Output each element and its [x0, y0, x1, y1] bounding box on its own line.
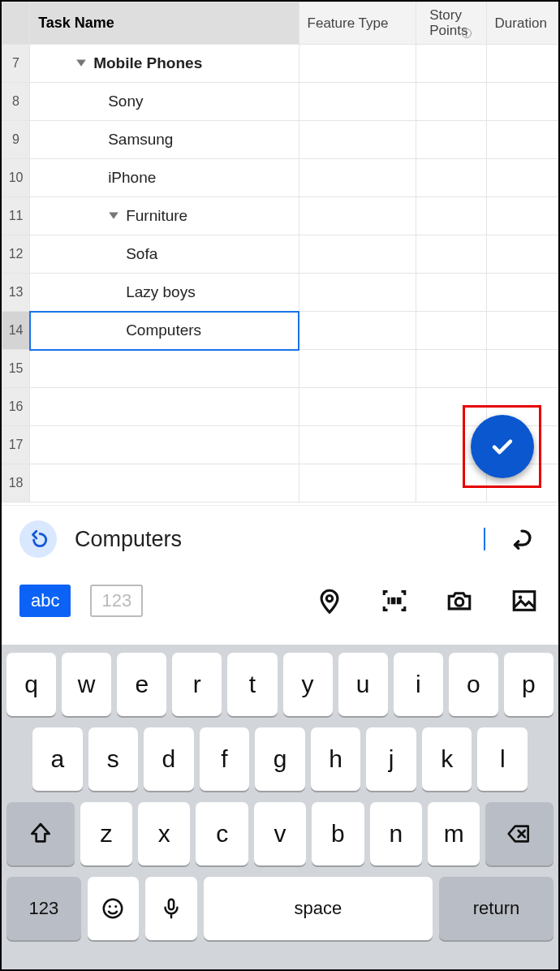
- key-w[interactable]: w: [62, 653, 111, 716]
- task-cell[interactable]: Mobile Phones: [30, 45, 299, 83]
- story-points-cell[interactable]: [416, 312, 486, 350]
- key-b[interactable]: b: [312, 802, 364, 865]
- row-number[interactable]: 13: [2, 274, 30, 312]
- feature-type-cell[interactable]: [299, 274, 416, 312]
- barcode-button[interactable]: [378, 585, 411, 617]
- duration-cell[interactable]: [486, 83, 558, 121]
- newline-button[interactable]: [503, 520, 541, 558]
- story-points-cell[interactable]: [416, 45, 486, 83]
- task-cell[interactable]: Computers: [30, 312, 299, 350]
- key-g[interactable]: g: [255, 727, 305, 791]
- key-p[interactable]: p: [504, 653, 554, 716]
- space-key[interactable]: space: [204, 877, 433, 940]
- cell-text-input-wrap[interactable]: Computers: [75, 527, 485, 552]
- row-number[interactable]: 17: [2, 426, 30, 464]
- mode-123-button[interactable]: 123: [90, 585, 143, 617]
- task-cell[interactable]: Sofa: [30, 235, 299, 274]
- location-button[interactable]: [313, 585, 346, 617]
- feature-type-cell[interactable]: [299, 426, 416, 464]
- row-number[interactable]: 9: [2, 121, 30, 159]
- key-s[interactable]: s: [88, 727, 139, 791]
- key-o[interactable]: o: [449, 653, 498, 716]
- row-number[interactable]: 18: [2, 464, 30, 503]
- duration-cell[interactable]: [486, 45, 558, 83]
- key-a[interactable]: a: [32, 727, 83, 791]
- shift-key[interactable]: [6, 802, 75, 865]
- collapse-toggle[interactable]: [75, 57, 87, 68]
- story-points-cell[interactable]: [416, 274, 486, 312]
- key-l[interactable]: l: [477, 727, 528, 791]
- collapse-toggle[interactable]: [108, 209, 119, 221]
- row-number[interactable]: 14: [2, 312, 30, 350]
- story-points-cell[interactable]: [416, 83, 486, 121]
- key-x[interactable]: x: [138, 802, 190, 865]
- key-r[interactable]: r: [172, 653, 222, 716]
- key-n[interactable]: n: [370, 802, 422, 865]
- info-icon[interactable]: i: [462, 28, 472, 38]
- task-cell[interactable]: [30, 388, 299, 426]
- row-number[interactable]: 15: [2, 350, 30, 388]
- task-cell[interactable]: Samsung: [30, 121, 299, 159]
- feature-type-cell[interactable]: [299, 45, 416, 83]
- key-h[interactable]: h: [311, 727, 361, 791]
- duration-cell[interactable]: [486, 235, 558, 274]
- key-u[interactable]: u: [338, 653, 388, 716]
- story-points-cell[interactable]: [416, 159, 486, 197]
- row-number[interactable]: 12: [2, 235, 30, 274]
- key-i[interactable]: i: [394, 653, 443, 716]
- row-number[interactable]: 11: [2, 197, 30, 235]
- key-j[interactable]: j: [366, 727, 416, 791]
- feature-type-cell[interactable]: [299, 121, 416, 159]
- header-task-name[interactable]: Task Name: [30, 2, 299, 45]
- story-points-cell[interactable]: [416, 350, 486, 388]
- key-c[interactable]: c: [196, 802, 248, 865]
- story-points-cell[interactable]: [416, 235, 486, 274]
- task-cell[interactable]: Lazy boys: [30, 274, 299, 312]
- duration-cell[interactable]: [486, 350, 558, 388]
- duration-cell[interactable]: [486, 274, 558, 312]
- task-cell[interactable]: Furniture: [30, 197, 299, 235]
- return-key[interactable]: return: [439, 877, 554, 940]
- key-m[interactable]: m: [428, 802, 480, 865]
- feature-type-cell[interactable]: [299, 83, 416, 121]
- feature-type-cell[interactable]: [299, 464, 416, 503]
- confirm-button[interactable]: [471, 415, 534, 478]
- key-k[interactable]: k: [422, 727, 472, 791]
- feature-type-cell[interactable]: [299, 235, 416, 274]
- feature-type-cell[interactable]: [299, 388, 416, 426]
- duration-cell[interactable]: [486, 159, 558, 197]
- row-number[interactable]: 10: [2, 159, 30, 197]
- backspace-key[interactable]: [485, 802, 554, 865]
- task-cell[interactable]: [30, 350, 299, 388]
- header-feature-type[interactable]: Feature Type: [299, 2, 416, 45]
- cell-text-input[interactable]: Computers: [75, 527, 483, 552]
- emoji-key[interactable]: [88, 877, 140, 940]
- task-cell[interactable]: [30, 464, 299, 503]
- key-v[interactable]: v: [254, 802, 306, 865]
- numeric-key[interactable]: 123: [6, 877, 81, 940]
- story-points-cell[interactable]: [416, 197, 486, 235]
- key-e[interactable]: e: [117, 653, 166, 716]
- mode-abc-button[interactable]: abc: [19, 585, 71, 617]
- dictation-key[interactable]: [145, 877, 197, 940]
- undo-button[interactable]: [19, 520, 57, 558]
- task-cell[interactable]: iPhone: [30, 159, 299, 197]
- key-q[interactable]: q: [6, 653, 56, 716]
- duration-cell[interactable]: [486, 121, 558, 159]
- task-cell[interactable]: [30, 426, 299, 464]
- feature-type-cell[interactable]: [299, 350, 416, 388]
- key-t[interactable]: t: [227, 653, 277, 716]
- key-z[interactable]: z: [80, 802, 132, 865]
- header-duration[interactable]: Duration: [486, 2, 558, 45]
- duration-cell[interactable]: [486, 312, 558, 350]
- row-number[interactable]: 7: [2, 45, 30, 83]
- key-y[interactable]: y: [283, 653, 333, 716]
- duration-cell[interactable]: [486, 197, 558, 235]
- image-button[interactable]: [508, 585, 541, 617]
- story-points-cell[interactable]: [416, 121, 486, 159]
- task-cell[interactable]: Sony: [30, 83, 299, 121]
- header-story-points[interactable]: Story Points i: [416, 2, 486, 45]
- feature-type-cell[interactable]: [299, 159, 416, 197]
- row-number[interactable]: 16: [2, 388, 30, 426]
- camera-button[interactable]: [443, 585, 476, 617]
